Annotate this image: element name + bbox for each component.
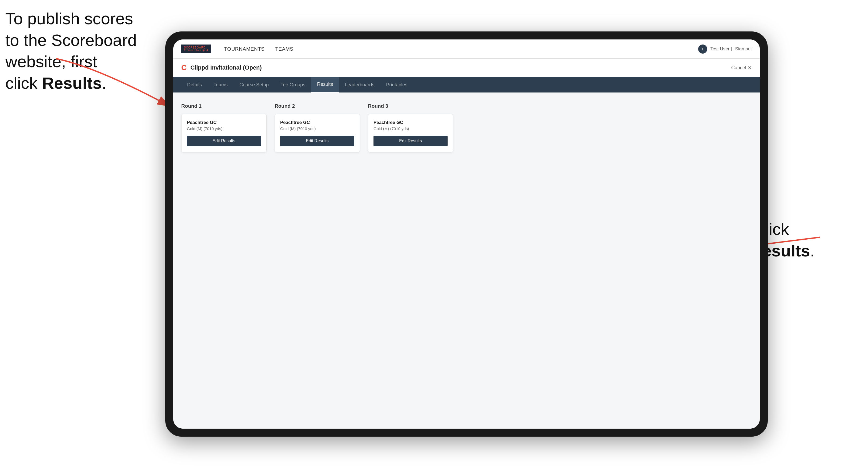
tab-tee-groups[interactable]: Tee Groups — [275, 77, 311, 93]
round-1-title: Round 1 — [181, 103, 267, 109]
logo: SCOREBOARD Powered by clippd — [181, 44, 211, 53]
round-3-column: Round 3 Peachtree GC Gold (M) (7010 yds)… — [368, 103, 453, 153]
round-2-column: Round 2 Peachtree GC Gold (M) (7010 yds)… — [275, 103, 360, 153]
tournament-header: C Clippd Invitational (Open) Cancel ✕ — [173, 59, 760, 77]
close-icon: ✕ — [748, 65, 752, 71]
nav-tournaments[interactable]: TOURNAMENTS — [224, 46, 265, 52]
round-3-card: Peachtree GC Gold (M) (7010 yds) Edit Re… — [368, 114, 453, 153]
logo-tagline: Powered by clippd — [184, 49, 208, 52]
round-1-details: Gold (M) (7010 yds) — [187, 126, 261, 131]
cancel-button[interactable]: Cancel ✕ — [731, 65, 752, 71]
main-content: Round 1 Peachtree GC Gold (M) (7010 yds)… — [173, 93, 760, 429]
tab-results[interactable]: Results — [311, 77, 339, 93]
logo-area: SCOREBOARD Powered by clippd — [181, 44, 211, 53]
tournament-name: Clippd Invitational (Open) — [190, 64, 262, 71]
round-1-course: Peachtree GC — [187, 120, 261, 125]
round-3-details: Gold (M) (7010 yds) — [373, 126, 447, 131]
edit-results-button-3[interactable]: Edit Results — [373, 136, 447, 146]
round-3-title: Round 3 — [368, 103, 453, 109]
tab-course-setup[interactable]: Course Setup — [234, 77, 275, 93]
tournament-title-area: C Clippd Invitational (Open) — [181, 63, 262, 72]
round-1-column: Round 1 Peachtree GC Gold (M) (7010 yds)… — [181, 103, 267, 153]
round-2-card: Peachtree GC Gold (M) (7010 yds) Edit Re… — [275, 114, 360, 153]
sign-out-link[interactable]: Sign out — [735, 46, 752, 52]
round-2-course: Peachtree GC — [280, 120, 354, 125]
top-nav: SCOREBOARD Powered by clippd TOURNAMENTS… — [173, 39, 760, 59]
edit-results-button-2[interactable]: Edit Results — [280, 136, 354, 146]
round-3-course: Peachtree GC — [373, 120, 447, 125]
round-2-title: Round 2 — [275, 103, 360, 109]
nav-links: TOURNAMENTS TEAMS — [224, 46, 698, 52]
tab-printables[interactable]: Printables — [380, 77, 413, 93]
user-name: Test User | — [710, 46, 732, 52]
instruction-left: To publish scores to the Scoreboard webs… — [5, 8, 137, 94]
round-2-details: Gold (M) (7010 yds) — [280, 126, 354, 131]
tab-bar: Details Teams Course Setup Tee Groups Re… — [173, 77, 760, 93]
edit-results-button-1[interactable]: Edit Results — [187, 136, 261, 146]
tablet-screen: SCOREBOARD Powered by clippd TOURNAMENTS… — [173, 39, 760, 429]
tablet-device: SCOREBOARD Powered by clippd TOURNAMENTS… — [165, 31, 768, 437]
rounds-grid: Round 1 Peachtree GC Gold (M) (7010 yds)… — [181, 103, 752, 153]
tab-details[interactable]: Details — [181, 77, 208, 93]
nav-teams[interactable]: TEAMS — [275, 46, 293, 52]
round-1-card: Peachtree GC Gold (M) (7010 yds) Edit Re… — [181, 114, 267, 153]
tab-leaderboards[interactable]: Leaderboards — [339, 77, 380, 93]
nav-right: T Test User | Sign out — [698, 44, 752, 54]
tournament-icon: C — [181, 63, 187, 72]
tab-teams[interactable]: Teams — [208, 77, 234, 93]
user-avatar: T — [698, 44, 707, 54]
